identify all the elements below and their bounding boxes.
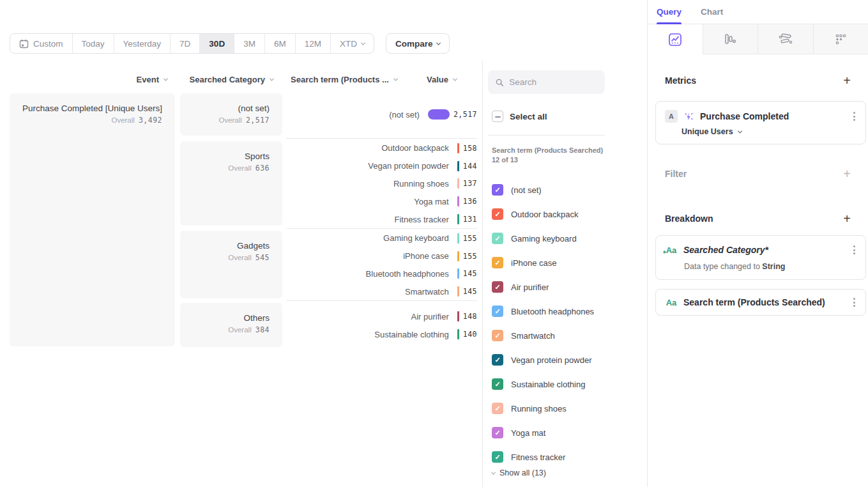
series-item[interactable]: Outdoor backpack: [492, 202, 594, 226]
string-property-icon: Aa: [665, 298, 678, 307]
date-range-xtd[interactable]: XTD: [331, 34, 374, 53]
series-item[interactable]: Smartwatch: [492, 323, 594, 348]
term-label: Running shoes: [286, 179, 457, 189]
add-breakdown-button[interactable]: +: [843, 213, 851, 224]
term-label: Bluetooth headphones: [286, 269, 457, 279]
table-row[interactable]: Vegan protein powder144: [286, 157, 477, 175]
date-range-yesterday[interactable]: Yesterday: [114, 34, 171, 53]
series-checkbox[interactable]: [492, 281, 503, 293]
measure-selector[interactable]: Unique Users: [681, 127, 742, 136]
term-label: Air purifier: [286, 312, 457, 321]
table-row[interactable]: Yoga mat136: [286, 192, 477, 210]
series-checkbox[interactable]: [492, 305, 503, 317]
series-item[interactable]: Yoga mat: [492, 421, 594, 445]
column-header-category[interactable]: Searched Category: [171, 75, 273, 84]
date-range-6m[interactable]: 6M: [265, 34, 296, 53]
tab-chart[interactable]: Chart: [701, 0, 723, 24]
date-range-today[interactable]: Today: [73, 34, 114, 53]
series-checkbox[interactable]: [492, 378, 503, 390]
series-item[interactable]: Running shoes: [492, 396, 594, 421]
chevron-down-icon: [491, 470, 496, 474]
tab-funnels[interactable]: [703, 24, 758, 54]
table-row[interactable]: iPhone case155: [286, 247, 477, 265]
breakdown-card-searched-category[interactable]: Aa* Searched Category* Data type changed…: [655, 235, 866, 280]
metric-card[interactable]: A Purchase Completed Unique Users: [655, 101, 866, 144]
kebab-menu-icon[interactable]: [852, 111, 857, 122]
table-row[interactable]: Running shoes137: [286, 175, 477, 193]
table-row[interactable]: Outdoor backpack158: [286, 139, 477, 157]
term-value: 144: [463, 162, 477, 171]
series-checkbox[interactable]: [492, 427, 503, 438]
series-item[interactable]: Sustainable clothing: [492, 372, 594, 396]
select-all-row[interactable]: Select all: [492, 111, 547, 122]
series-item[interactable]: Vegan protein powder: [492, 348, 594, 372]
term-value: 148: [463, 312, 477, 321]
breakdown-card-search-term[interactable]: Aa Search term (Products Searched): [655, 289, 866, 316]
overall-label: Overall: [111, 116, 134, 124]
report-type-strip: [648, 24, 868, 54]
value-bar: [457, 251, 459, 261]
category-cell-gadgets[interactable]: Gadgets Overall545: [180, 231, 282, 298]
category-cell-not-set[interactable]: (not set) Overall2,517: [180, 93, 282, 135]
metric-letter-badge: A: [665, 110, 678, 123]
value-bar: [457, 268, 459, 279]
series-checkbox[interactable]: [492, 354, 503, 366]
column-header-value[interactable]: Value: [427, 75, 457, 84]
term-value: 145: [463, 269, 477, 278]
category-cell-sports[interactable]: Sports Overall636: [180, 141, 282, 226]
series-checkbox[interactable]: [492, 403, 503, 414]
column-header-term[interactable]: Search term (Products ...: [291, 75, 397, 84]
event-cell[interactable]: Purchase Completed [Unique Users] Overal…: [10, 93, 175, 346]
funnel-icon: [723, 32, 737, 46]
table-row[interactable]: Fitness tracker131: [286, 210, 477, 228]
table-row[interactable]: Bluetooth headphones145: [286, 265, 477, 283]
term-group-others: Air purifier148 Sustainable clothing140: [286, 300, 477, 347]
kebab-menu-icon[interactable]: [852, 297, 857, 308]
add-metric-button[interactable]: +: [843, 75, 851, 86]
series-item[interactable]: Air purifier: [492, 275, 594, 299]
table-row[interactable]: Gaming keyboard155: [286, 229, 477, 247]
date-range-12m[interactable]: 12M: [296, 34, 331, 53]
table-row[interactable]: Air purifier148: [286, 307, 477, 325]
date-range-7d[interactable]: 7D: [171, 34, 200, 53]
chevron-down-icon: [453, 77, 457, 81]
tab-query[interactable]: Query: [657, 0, 681, 24]
category-cell-others[interactable]: Others Overall384: [180, 303, 282, 347]
event-icon: [683, 111, 694, 122]
modified-asterisk: *: [663, 249, 666, 258]
tab-insights[interactable]: [648, 24, 703, 54]
term-value: 158: [463, 144, 477, 153]
series-checkbox[interactable]: [492, 330, 503, 341]
event-name: Purchase Completed [Unique Users]: [16, 104, 162, 113]
tab-flows[interactable]: [758, 24, 813, 54]
select-all-checkbox-indeterminate[interactable]: [492, 111, 503, 122]
search-field[interactable]: [488, 70, 605, 94]
value-bar: [457, 329, 459, 339]
series-checkbox[interactable]: [492, 257, 503, 268]
series-item[interactable]: Gaming keyboard: [492, 226, 594, 251]
series-item[interactable]: Fitness tracker: [492, 445, 594, 469]
value-bar: [457, 233, 459, 244]
series-item[interactable]: (not set): [492, 178, 594, 202]
add-filter-button[interactable]: +: [843, 169, 851, 179]
show-all-link[interactable]: Show all (13): [492, 468, 546, 477]
tab-retention[interactable]: [813, 24, 868, 54]
breakdown-section-header: Breakdown +: [665, 213, 851, 224]
chevron-down-icon: [393, 77, 398, 81]
table-row[interactable]: Smartwatch145: [286, 282, 477, 300]
series-item[interactable]: iPhone case: [492, 251, 594, 275]
kebab-menu-icon[interactable]: [852, 244, 857, 256]
table-row[interactable]: Sustainable clothing140: [286, 325, 477, 343]
date-range-3m[interactable]: 3M: [234, 34, 265, 53]
table-row[interactable]: (not set) 2,517: [286, 105, 477, 123]
date-range-30d-active[interactable]: 30D: [200, 34, 234, 53]
series-item[interactable]: Bluetooth headphones: [492, 299, 594, 323]
series-checkbox[interactable]: [492, 451, 503, 463]
series-checkbox[interactable]: [492, 184, 503, 196]
search-input[interactable]: [509, 77, 597, 87]
column-header-event[interactable]: Event: [64, 75, 167, 84]
series-checkbox[interactable]: [492, 208, 503, 220]
compare-button[interactable]: Compare: [386, 33, 450, 54]
series-checkbox[interactable]: [492, 233, 503, 244]
date-range-custom[interactable]: Custom: [10, 34, 73, 53]
